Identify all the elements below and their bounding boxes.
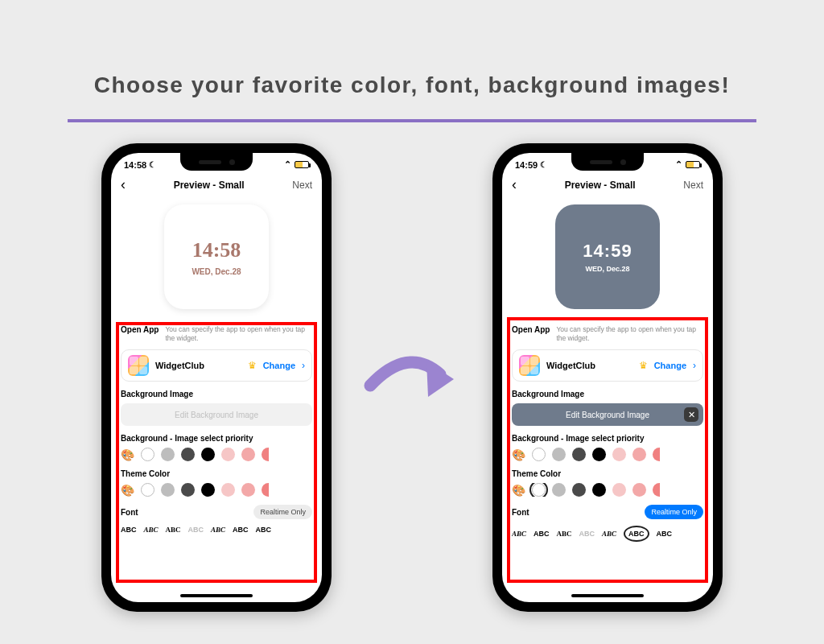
- color-swatch[interactable]: [592, 483, 606, 497]
- change-app-link[interactable]: Change: [263, 361, 295, 370]
- font-sample[interactable]: ABC: [233, 526, 249, 534]
- open-app-card[interactable]: WidgetClub ♛ Change ›: [512, 349, 703, 382]
- nav-bar: ‹ Preview - Small Next: [111, 171, 322, 201]
- color-swatch[interactable]: [532, 448, 546, 461]
- palette-icon[interactable]: 🎨: [121, 483, 134, 497]
- bg-image-label: Background Image: [121, 390, 312, 398]
- color-swatch[interactable]: [632, 483, 646, 497]
- font-sample[interactable]: ABC: [534, 530, 550, 538]
- next-button[interactable]: Next: [683, 180, 703, 191]
- nav-title: Preview - Small: [174, 180, 245, 191]
- color-swatch-overflow[interactable]: [653, 448, 660, 461]
- edit-bg-text: Edit Background Image: [566, 411, 649, 419]
- chevron-right-icon: ›: [302, 360, 305, 371]
- bg-priority-label: Background - Image select priority: [121, 434, 312, 443]
- clear-bg-button[interactable]: ✕: [684, 407, 698, 422]
- font-sample[interactable]: ABC: [121, 526, 137, 534]
- widget-time: 14:58: [192, 238, 241, 262]
- battery-icon: [295, 161, 309, 168]
- color-swatch[interactable]: [572, 448, 586, 461]
- color-swatch[interactable]: [552, 483, 566, 497]
- font-sample[interactable]: ABC: [557, 530, 572, 538]
- wifi-icon: ⌃: [675, 159, 682, 170]
- color-swatch-overflow[interactable]: [653, 483, 660, 497]
- font-samples: ABC ABC ABC ABC ABC ABC ABC: [512, 526, 703, 542]
- font-sample[interactable]: ABC: [602, 530, 616, 538]
- color-swatch[interactable]: [161, 483, 175, 497]
- theme-color-label: Theme Color: [512, 469, 703, 478]
- status-time: 14:59: [515, 160, 538, 170]
- color-swatch[interactable]: [632, 448, 646, 461]
- color-swatch-selected[interactable]: [532, 483, 546, 497]
- font-sample[interactable]: ABC: [657, 530, 673, 538]
- color-swatch[interactable]: [552, 448, 566, 461]
- options-section: Open App You can specify the app to open…: [502, 320, 713, 542]
- color-swatch-overflow[interactable]: [262, 448, 269, 461]
- font-label: Font: [512, 508, 529, 517]
- color-swatch[interactable]: [221, 483, 235, 497]
- color-swatch[interactable]: [221, 448, 235, 461]
- font-samples: ABC ABC ABC ABC ABC ABC ABC: [121, 526, 312, 534]
- color-swatch[interactable]: [201, 448, 215, 461]
- next-button[interactable]: Next: [292, 180, 312, 191]
- palette-icon[interactable]: 🎨: [512, 448, 525, 461]
- color-swatch[interactable]: [201, 483, 215, 497]
- open-app-hint: You can specify the app to open when you…: [556, 325, 703, 343]
- theme-color-label: Theme Color: [121, 469, 312, 478]
- phone-screen: 14:58 ☾ ⌃ ‹ Preview - Small Next 14:58 W…: [111, 153, 322, 602]
- edit-bg-image-button[interactable]: Edit Background Image ✕: [512, 403, 703, 426]
- home-indicator: [571, 594, 644, 597]
- arrow-icon: [364, 337, 460, 418]
- nav-title: Preview - Small: [565, 180, 636, 191]
- open-app-label: Open App: [121, 325, 159, 343]
- phone-notch: [571, 153, 644, 171]
- color-swatch[interactable]: [612, 448, 626, 461]
- edit-bg-text: Edit Background Image: [175, 411, 258, 419]
- color-swatch[interactable]: [141, 483, 154, 497]
- home-indicator: [180, 594, 253, 597]
- back-button[interactable]: ‹: [121, 176, 126, 193]
- color-swatch[interactable]: [612, 483, 626, 497]
- edit-bg-image-button[interactable]: Edit Background Image: [121, 403, 312, 426]
- font-sample-selected[interactable]: ABC: [624, 526, 649, 542]
- font-sample[interactable]: ABC: [579, 530, 595, 538]
- status-time: 14:58: [124, 160, 146, 170]
- open-app-card[interactable]: WidgetClub ♛ Change ›: [121, 349, 312, 382]
- color-swatch[interactable]: [181, 448, 195, 461]
- bg-color-swatches: 🎨: [121, 448, 312, 461]
- color-swatch[interactable]: [181, 483, 195, 497]
- theme-color-swatches: 🎨: [121, 483, 312, 497]
- font-sample[interactable]: ABC: [211, 526, 225, 534]
- app-name: WidgetClub: [546, 361, 632, 370]
- color-swatch[interactable]: [161, 448, 175, 461]
- headline-underline: [68, 119, 756, 122]
- widget-preview: 14:58 WED, Dec.28: [164, 204, 269, 309]
- app-icon: [519, 355, 540, 376]
- change-app-link[interactable]: Change: [654, 361, 686, 370]
- font-sample[interactable]: ABC: [144, 526, 159, 534]
- theme-color-swatches: 🎨: [512, 483, 703, 497]
- wifi-icon: ⌃: [284, 159, 291, 170]
- font-sample[interactable]: ABC: [512, 530, 526, 538]
- widget-date: WED, Dec.28: [192, 267, 241, 276]
- nav-bar: ‹ Preview - Small Next: [502, 171, 713, 201]
- bg-color-swatches: 🎨: [512, 448, 703, 461]
- palette-icon[interactable]: 🎨: [121, 448, 134, 461]
- color-swatch[interactable]: [241, 448, 255, 461]
- color-swatch[interactable]: [241, 483, 255, 497]
- color-swatch-overflow[interactable]: [262, 483, 269, 497]
- font-sample[interactable]: ABC: [256, 526, 272, 534]
- font-sample[interactable]: ABC: [188, 526, 204, 534]
- color-swatch[interactable]: [572, 483, 586, 497]
- color-swatch[interactable]: [592, 448, 606, 461]
- font-sample[interactable]: ABC: [166, 526, 181, 534]
- phone-right: 14:59 ☾ ⌃ ‹ Preview - Small Next 14:59 W…: [492, 143, 723, 612]
- palette-icon[interactable]: 🎨: [512, 483, 525, 497]
- battery-icon: [686, 161, 700, 168]
- realtime-pill[interactable]: Realtime Only: [253, 505, 312, 519]
- back-button[interactable]: ‹: [512, 176, 517, 193]
- widget-time: 14:59: [583, 241, 632, 262]
- realtime-pill[interactable]: Realtime Only: [645, 505, 703, 519]
- color-swatch[interactable]: [141, 448, 154, 461]
- dnd-moon-icon: ☾: [540, 160, 547, 169]
